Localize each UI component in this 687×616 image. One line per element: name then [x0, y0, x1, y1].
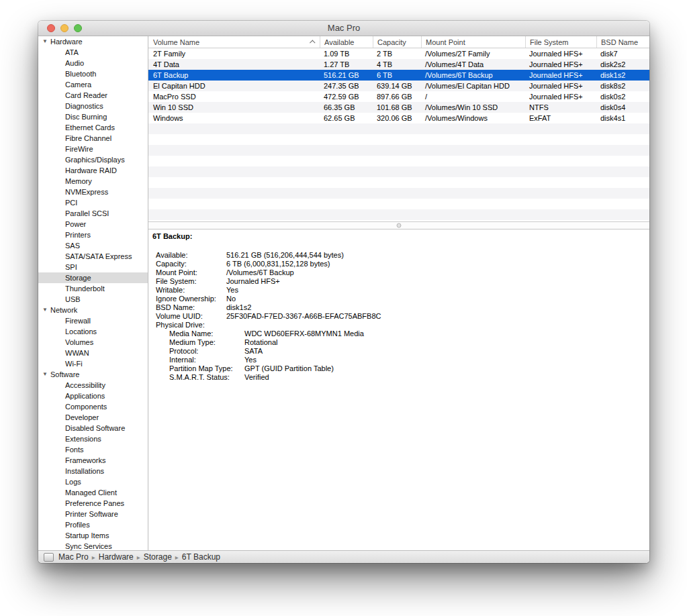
sidebar-item-volumes[interactable]: Volumes	[38, 337, 148, 348]
sidebar-item-hardware-raid[interactable]: Hardware RAID	[38, 165, 148, 176]
sidebar-item-wwan[interactable]: WWAN	[38, 348, 148, 358]
sidebar-item-profiles[interactable]: Profiles	[38, 519, 148, 530]
column-header-available[interactable]: Available	[320, 36, 373, 48]
column-header-label: Volume Name	[153, 37, 199, 48]
status-bar: Mac Pro▸Hardware▸Storage▸6T Backup	[38, 550, 649, 563]
sidebar-item-ethernet-cards[interactable]: Ethernet Cards	[38, 122, 148, 133]
table-cell: 4T Data	[148, 59, 320, 70]
sidebar-item-parallel-scsi[interactable]: Parallel SCSI	[38, 208, 148, 219]
sidebar-item-nvmexpress[interactable]: NVMExpress	[38, 187, 148, 197]
detail-field-label: File System:	[156, 277, 226, 286]
sidebar-item-firewire[interactable]: FireWire	[38, 144, 148, 154]
table-cell: 472.59 GB	[320, 91, 373, 102]
sidebar-item-thunderbolt[interactable]: Thunderbolt	[38, 283, 148, 294]
table-row[interactable]: 4T Data1.27 TB4 TB/Volumes/4T DataJourna…	[148, 59, 649, 70]
table-row[interactable]: 2T Family1.09 TB2 TB/Volumes/2T FamilyJo…	[148, 48, 649, 59]
table-row[interactable]: Win 10 SSD66.35 GB101.68 GB/Volumes/Win …	[148, 102, 649, 113]
table-cell: NTFS	[526, 102, 597, 113]
window-title: Mac Pro	[38, 21, 649, 36]
sidebar-item-pci[interactable]: PCI	[38, 197, 148, 208]
column-header-mount-point[interactable]: Mount Point	[422, 36, 526, 48]
detail-field-label: S.M.A.R.T. Status:	[169, 373, 244, 382]
detail-field-value: /Volumes/6T Backup	[226, 268, 294, 277]
detail-field-value: disk1s2	[226, 303, 251, 312]
table-cell: 6T Backup	[148, 70, 320, 81]
sidebar-item-disabled-software[interactable]: Disabled Software	[38, 423, 148, 433]
table-cell: 2T Family	[148, 48, 320, 59]
table-cell: Windows	[148, 113, 320, 123]
detail-title: 6T Backup:	[148, 232, 649, 241]
title-bar[interactable]: Mac Pro	[38, 21, 649, 36]
sidebar-item-storage[interactable]: Storage	[38, 272, 148, 283]
column-header-file-system[interactable]: File System	[526, 36, 597, 48]
sidebar-item-printers[interactable]: Printers	[38, 229, 148, 240]
sidebar-item-managed-client[interactable]: Managed Client	[38, 487, 148, 498]
sidebar-item-startup-items[interactable]: Startup Items	[38, 530, 148, 541]
table-cell: /	[422, 91, 526, 102]
sidebar-item-fibre-channel[interactable]: Fibre Channel	[38, 133, 148, 144]
sidebar-item-preference-panes[interactable]: Preference Panes	[38, 498, 148, 509]
window-content: ▼HardwareATAAudioBluetoothCameraCard Rea…	[38, 36, 649, 550]
detail-field: Media Name:WDC WD60EFRX-68MYMN1 Media	[148, 329, 649, 338]
sidebar-item-bluetooth[interactable]: Bluetooth	[38, 68, 148, 79]
pane-splitter[interactable]	[148, 221, 649, 229]
table-cell: /Volumes/Windows	[422, 113, 526, 123]
table-cell: Journaled HFS+	[526, 81, 597, 91]
table-cell: 6 TB	[373, 70, 422, 81]
sidebar-item-firewall[interactable]: Firewall	[38, 315, 148, 326]
sidebar-item-installations[interactable]: Installations	[38, 466, 148, 476]
sidebar-item-card-reader[interactable]: Card Reader	[38, 90, 148, 101]
sidebar-item-extensions[interactable]: Extensions	[38, 433, 148, 444]
column-header-volume-name[interactable]: Volume Name	[148, 36, 320, 48]
sidebar-item-spi[interactable]: SPI	[38, 262, 148, 272]
sidebar-item-fonts[interactable]: Fonts	[38, 444, 148, 455]
splitter-handle-icon[interactable]	[397, 223, 402, 228]
sidebar-item-sas[interactable]: SAS	[38, 240, 148, 251]
sidebar-section-network[interactable]: ▼Network	[38, 305, 148, 315]
sidebar-item-disc-burning[interactable]: Disc Burning	[38, 111, 148, 122]
table-cell: 1.27 TB	[320, 59, 373, 70]
column-header-capacity[interactable]: Capacity	[373, 36, 422, 48]
disclosure-triangle-icon[interactable]: ▼	[42, 305, 50, 315]
sidebar-item-printer-software[interactable]: Printer Software	[38, 509, 148, 519]
sidebar-item-diagnostics[interactable]: Diagnostics	[38, 101, 148, 111]
sidebar-item-ata[interactable]: ATA	[38, 47, 148, 58]
sidebar-item-frameworks[interactable]: Frameworks	[38, 455, 148, 466]
column-header-bsd-name[interactable]: BSD Name	[597, 36, 649, 48]
breadcrumb-item-mac-pro: Mac Pro	[58, 552, 89, 562]
sidebar-item-applications[interactable]: Applications	[38, 391, 148, 401]
sidebar-section-hardware[interactable]: ▼Hardware	[38, 36, 148, 47]
sidebar-item-components[interactable]: Components	[38, 401, 148, 412]
column-header-label: BSD Name	[601, 37, 638, 48]
sidebar-item-wi-fi[interactable]: Wi-Fi	[38, 358, 148, 369]
sidebar-item-usb[interactable]: USB	[38, 294, 148, 305]
table-row[interactable]: MacPro SSD472.59 GB897.66 GB/Journaled H…	[148, 91, 649, 102]
disclosure-triangle-icon[interactable]: ▼	[42, 36, 50, 47]
sidebar-item-sync-services[interactable]: Sync Services	[38, 541, 148, 550]
breadcrumb-separator-icon: ▸	[92, 554, 95, 561]
table-cell: El Capitan HDD	[148, 81, 320, 91]
sidebar-item-developer[interactable]: Developer	[38, 412, 148, 423]
sidebar-item-accessibility[interactable]: Accessibility	[38, 380, 148, 391]
sidebar-section-software[interactable]: ▼Software	[38, 369, 148, 380]
disclosure-triangle-icon[interactable]: ▼	[42, 369, 50, 380]
sidebar-item-sata-sata-express[interactable]: SATA/SATA Express	[38, 251, 148, 262]
sidebar-item-logs[interactable]: Logs	[38, 476, 148, 487]
detail-field: Ignore Ownership:No	[148, 295, 649, 303]
sidebar-item-locations[interactable]: Locations	[38, 326, 148, 337]
breadcrumb-item-6t-backup: 6T Backup	[182, 552, 220, 562]
table-cell: MacPro SSD	[148, 91, 320, 102]
column-header-label: Available	[324, 37, 354, 48]
table-row[interactable]: El Capitan HDD247.35 GB639.14 GB/Volumes…	[148, 81, 649, 91]
sidebar-item-camera[interactable]: Camera	[38, 79, 148, 90]
breadcrumb-item-storage: Storage	[144, 552, 172, 562]
table-cell: Journaled HFS+	[526, 91, 597, 102]
table-cell: disk0s2	[597, 91, 649, 102]
table-row[interactable]: Windows62.65 GB320.06 GB/Volumes/Windows…	[148, 113, 649, 123]
sidebar-item-memory[interactable]: Memory	[38, 176, 148, 187]
sidebar-item-power[interactable]: Power	[38, 219, 148, 229]
table-row[interactable]: 6T Backup516.21 GB6 TB/Volumes/6T Backup…	[148, 70, 649, 81]
detail-field-value: GPT (GUID Partition Table)	[244, 364, 334, 373]
sidebar-item-graphics-displays[interactable]: Graphics/Displays	[38, 154, 148, 165]
sidebar-item-audio[interactable]: Audio	[38, 58, 148, 68]
